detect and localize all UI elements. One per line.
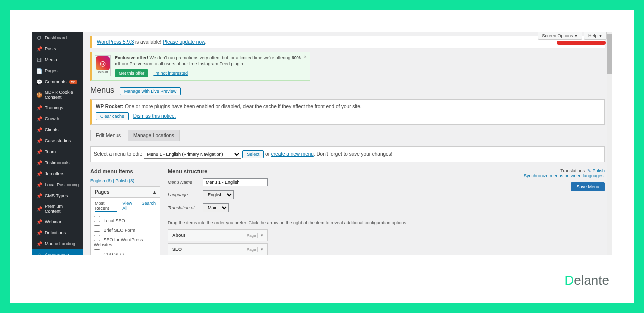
sidebar-item-job-offers[interactable]: 📌Job offers [32,168,83,179]
update-now-link[interactable]: Please update now [163,39,205,45]
menu-items-list: AboutPage ▾SEOPage ▾SEO sub itemPage ▾ [168,229,605,255]
menu-icon: 💬 [36,79,42,85]
sidebar-item-media[interactable]: 🎞Media [32,54,83,65]
sidebar-item-mautic-landing[interactable]: 📌Mautic Landing [32,238,83,249]
sidebar-item-testimonials[interactable]: 📌Testimonials [32,157,83,168]
pages-accordion: Pages▴ Most Recent View All Search Local… [90,186,160,255]
menu-icon: 📌 [36,149,42,155]
page-check-item[interactable]: Local SEO [94,215,157,224]
menu-icon: 🖌 [36,252,42,255]
menu-icon: 📌 [36,160,42,166]
caret-down-icon: ▼ [599,34,602,38]
menu-tabs: Edit Menus Manage Locations [90,130,605,141]
page-check-item[interactable]: Brief SEO Form [94,224,157,234]
language-filter: English (6) | Polish (8) [90,178,160,183]
tab-manage-locations[interactable]: Manage Locations [128,130,180,141]
admin-sidebar: ⏱Dashboard📌Posts🎞Media📄Pages💬Comments56🍪… [32,32,83,255]
menu-icon: 📌 [36,105,42,111]
sidebar-item-comments[interactable]: 💬Comments56 [32,76,83,87]
add-menu-items-title: Add menu items [90,168,160,174]
translation-of-select[interactable]: Main [203,203,229,212]
sidebar-item-gdpr-cookie-consent[interactable]: 🍪GDPR Cookie Consent [32,87,83,102]
caret-down-icon[interactable]: ▾ [257,233,263,238]
menu-icon: 🎞 [36,57,42,63]
sidebar-item-growth[interactable]: 📌Growth [32,113,83,124]
menu-select[interactable]: Menu 1 - English (Primary Navigation) [144,150,241,159]
close-icon[interactable]: × [304,54,307,60]
language-label: Language [168,192,203,197]
select-menu-row: Select a menu to edit: Menu 1 - English … [90,146,605,162]
pages-check-list: Local SEO Brief SEO Form SEO for WordPre… [94,215,157,255]
translations-label: Translations: ✎ Polish [515,168,605,173]
not-interested-link[interactable]: I'm not interested [153,71,188,76]
help-tab[interactable]: Help ▼ [584,32,607,40]
menu-item[interactable]: SEOPage ▾ [168,243,268,255]
sidebar-item-cms-types[interactable]: 📌CMS Types [32,190,83,201]
menu-structure-title: Menu structure [168,168,515,174]
scrollbar[interactable] [607,32,612,255]
sidebar-item-team[interactable]: 📌Team [32,146,83,157]
menu-icon: 📌 [36,171,42,177]
get-offer-button[interactable]: Get this offer [115,69,148,77]
tab-edit-menus[interactable]: Edit Menus [90,130,126,141]
menu-icon: 📌 [36,241,42,247]
dismiss-notice-link[interactable]: Dismiss this notice. [133,113,176,119]
create-menu-link[interactable]: create a new menu [271,151,314,157]
menu-icon: 📌 [36,193,42,199]
wp-rocket-notice: WP Rocket: One or more plugins have been… [90,99,605,125]
menu-name-label: Menu Name [168,180,203,185]
menu-name-input[interactable] [203,178,268,186]
sidebar-item-definitions[interactable]: 📌Definitions [32,227,83,238]
wp-version-link[interactable]: WordPress 5.9.3 [97,39,134,45]
sidebar-item-premium-content[interactable]: 📌Premium Content [32,201,83,216]
sync-menus-link[interactable]: Synchronize menus between languages. [524,173,605,178]
sidebar-item-appearance[interactable]: 🖌Appearance [32,249,83,255]
select-menu-button[interactable]: Select [242,150,264,158]
menu-icon: 📌 [36,182,42,188]
menu-icon: 📌 [36,127,42,133]
menu-icon: ⏱ [36,35,42,41]
sidebar-item-local-positioning[interactable]: 📌Local Positioning [32,179,83,190]
page-check-item[interactable]: CBD SEO [94,248,157,255]
sidebar-item-posts[interactable]: 📌Posts [32,43,83,54]
menu-item[interactable]: AboutPage ▾ [168,229,268,241]
menu-icon: 📌 [36,219,42,225]
sidebar-item-case-studies[interactable]: 📌Case studies [32,135,83,146]
redacted-bar [557,41,606,45]
menu-icon: 📌 [36,116,42,122]
count-badge: 56 [69,80,78,84]
drag-hint: Drag the items into the order you prefer… [168,220,605,225]
tab-search[interactable]: Search [141,201,156,212]
tab-most-recent[interactable]: Most Recent [95,201,117,212]
scrollbar-thumb[interactable] [607,34,612,74]
sidebar-item-webinar[interactable]: 📌Webinar [32,216,83,227]
menu-icon: 📌 [36,206,42,212]
menu-icon: 📌 [36,138,42,144]
sidebar-item-dashboard[interactable]: ⏱Dashboard [32,32,83,43]
caret-down-icon: ▼ [574,34,578,38]
main-content: Screen Options ▼ Help ▼ WordPress 5.9.3 … [83,32,612,255]
promo-badge: ◎ 60% off [95,55,111,76]
menu-icon: 📄 [36,68,42,74]
menu-icon: 📌 [36,230,42,236]
caret-up-icon: ▴ [153,189,156,195]
polish-translation-link[interactable]: Polish [592,168,605,173]
clear-cache-button[interactable]: Clear cache [96,112,129,120]
menu-icon: 🍪 [36,92,42,98]
promo-notice: ◎ 60% off Exclusive offer! We don't run … [90,52,310,81]
sidebar-item-pages[interactable]: 📄Pages [32,65,83,76]
tab-view-all[interactable]: View All [122,201,136,212]
sidebar-item-clients[interactable]: 📌Clients [32,124,83,135]
page-check-item[interactable]: SEO for WordPress Websites [94,234,157,248]
save-menu-button[interactable]: Save Menu [571,182,605,191]
pages-accordion-header[interactable]: Pages▴ [91,187,160,198]
live-preview-button[interactable]: Manage with Live Preview [120,87,181,95]
language-select[interactable]: English [203,190,234,199]
sidebar-item-trainings[interactable]: 📌Trainings [32,102,83,113]
update-notice: WordPress 5.9.3 is available! Please upd… [90,36,605,48]
page-title: Menus [90,86,114,95]
screen-options-tab[interactable]: Screen Options ▼ [538,32,583,40]
translation-of-label: Translation of [168,205,203,210]
instagram-icon: ◎ [96,56,110,70]
caret-down-icon[interactable]: ▾ [257,247,263,252]
